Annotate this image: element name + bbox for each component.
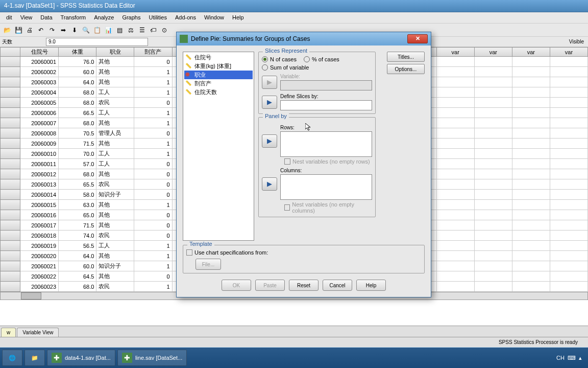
cell[interactable] [474, 251, 512, 261]
insert-var-icon[interactable]: 📊 [103, 25, 113, 35]
var-item[interactable]: 📏住院天数 [184, 88, 253, 97]
cell[interactable] [512, 67, 550, 77]
cell[interactable]: 1 [134, 67, 172, 77]
system-tray[interactable]: CH ⌨ ▴ [556, 355, 586, 361]
cancel-button[interactable]: Cancel [323, 280, 352, 291]
cell[interactable]: 68.0 [59, 282, 96, 292]
cell[interactable] [474, 139, 512, 149]
cell[interactable] [512, 200, 550, 210]
cell[interactable]: 68.0 [59, 169, 96, 179]
cell[interactable]: 0 [134, 271, 172, 282]
menu-analyze[interactable]: Analyze [90, 12, 118, 23]
variable-list[interactable]: 📏住院号 📏体重(kg) [体重] ⬣职业 📏剖宫产 📏住院天数 [183, 52, 254, 241]
tray-chevron-icon[interactable]: ▴ [579, 355, 582, 361]
cell[interactable] [436, 271, 474, 282]
cell[interactable]: 农民 [96, 282, 134, 292]
cell[interactable]: 0 [134, 231, 172, 241]
taskbar-explorer[interactable]: 📁 [24, 350, 45, 366]
cell[interactable] [512, 108, 550, 118]
select-icon[interactable]: ☰ [137, 25, 147, 35]
cell[interactable]: 20060003 [20, 77, 59, 87]
cell-value-input[interactable] [46, 38, 148, 46]
cell[interactable]: 其他 [96, 118, 134, 128]
cell[interactable] [512, 159, 550, 169]
cell[interactable] [512, 251, 550, 261]
goto-var-icon[interactable]: ⬇ [69, 25, 80, 35]
cell[interactable]: 20060018 [20, 231, 59, 241]
cell[interactable] [550, 149, 587, 159]
cell[interactable] [512, 118, 550, 128]
row-header[interactable] [1, 67, 20, 77]
cell[interactable]: 工人 [96, 159, 134, 169]
cell[interactable]: 20060011 [20, 159, 59, 169]
cell[interactable] [550, 231, 587, 241]
col-header-4[interactable]: 剖宫产 [134, 48, 172, 57]
cell[interactable]: 其他 [96, 251, 134, 261]
goto-icon[interactable]: ➡ [58, 25, 68, 35]
cell[interactable] [436, 159, 474, 169]
row-header[interactable] [1, 98, 20, 108]
dialog-titlebar[interactable]: Define Pie: Summaries for Groups of Case… [177, 32, 431, 45]
cell[interactable] [512, 139, 550, 149]
row-header[interactable] [1, 118, 20, 128]
cell[interactable]: 70.0 [59, 149, 96, 159]
cell[interactable]: 工人 [96, 241, 134, 251]
var-item[interactable]: 📏体重(kg) [体重] [184, 62, 253, 71]
cell[interactable] [550, 57, 587, 67]
help-button[interactable]: Help [356, 280, 386, 291]
cell[interactable]: 1 [134, 251, 172, 261]
cell[interactable]: 1 [134, 241, 172, 251]
save-icon[interactable]: 💾 [13, 25, 23, 35]
cell[interactable] [550, 67, 587, 77]
cell[interactable]: 1 [134, 282, 172, 292]
cell[interactable] [550, 98, 587, 108]
tab-variable-view[interactable]: Variable View [17, 328, 59, 337]
row-header[interactable] [1, 220, 20, 231]
row-header[interactable] [1, 210, 20, 220]
cell[interactable] [550, 210, 587, 220]
cell[interactable]: 0 [134, 159, 172, 169]
cell[interactable] [550, 108, 587, 118]
row-header[interactable] [1, 87, 20, 98]
cell[interactable] [512, 98, 550, 108]
open-icon[interactable]: 📂 [2, 25, 12, 35]
cell[interactable] [436, 261, 474, 271]
menu-data[interactable]: Data [36, 12, 56, 23]
titles-button[interactable]: Titles... [387, 52, 425, 62]
cell[interactable] [436, 169, 474, 179]
cell[interactable] [474, 57, 512, 67]
row-header[interactable] [1, 271, 20, 282]
cell[interactable]: 20060016 [20, 210, 59, 220]
cell[interactable] [512, 87, 550, 98]
cell[interactable]: 知识分子 [96, 190, 134, 200]
cell[interactable] [436, 149, 474, 159]
cell[interactable]: 1 [134, 108, 172, 118]
cell[interactable]: 0 [134, 57, 172, 67]
cell[interactable] [474, 261, 512, 271]
cell[interactable] [436, 87, 474, 98]
cell[interactable]: 74.0 [59, 231, 96, 241]
cell[interactable]: 71.5 [59, 139, 96, 149]
col-header-var[interactable]: var [512, 48, 550, 57]
split-icon[interactable]: ▤ [114, 25, 125, 35]
cell[interactable]: 20060023 [20, 282, 59, 292]
cell[interactable]: 20060021 [20, 261, 59, 271]
find-icon[interactable]: 🔍 [81, 25, 91, 35]
row-header[interactable] [1, 159, 20, 169]
cell[interactable] [474, 108, 512, 118]
cell[interactable]: 其他 [96, 77, 134, 87]
cols-field[interactable] [280, 174, 372, 200]
tray-keyboard-icon[interactable]: ⌨ [568, 355, 576, 361]
cell[interactable]: 1 [134, 149, 172, 159]
row-header[interactable] [1, 261, 20, 271]
cell[interactable] [512, 169, 550, 179]
cell[interactable]: 管理人员 [96, 128, 134, 139]
cell[interactable]: 20060012 [20, 169, 59, 179]
insert-case-icon[interactable]: 📋 [92, 25, 102, 35]
cell[interactable]: 20060009 [20, 139, 59, 149]
cell[interactable]: 其他 [96, 57, 134, 67]
cell[interactable] [474, 200, 512, 210]
move-cols-button[interactable]: ▶ [262, 177, 277, 191]
cell[interactable] [474, 190, 512, 200]
cell[interactable] [550, 282, 587, 292]
